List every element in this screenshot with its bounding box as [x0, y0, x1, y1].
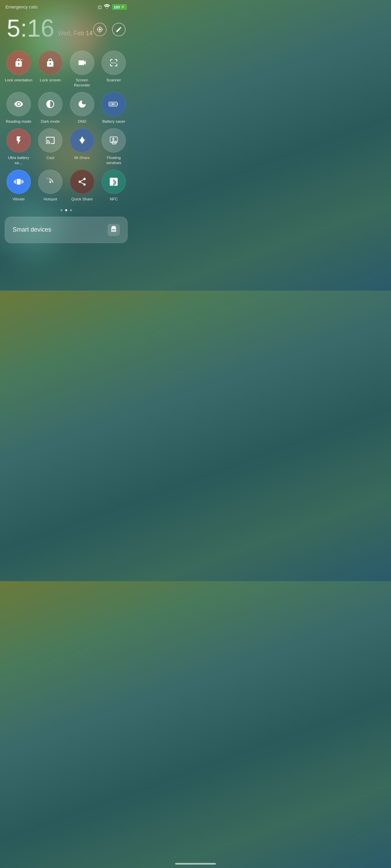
tile-circle-reading-mode	[6, 92, 31, 116]
quick-settings-grid: Lock orientationLock screenScreen Record…	[0, 47, 132, 205]
tile-cast[interactable]: Cast	[37, 128, 64, 165]
tile-hotspot[interactable]: Hotspot	[37, 170, 64, 202]
screenshot-icon: ⊡	[98, 4, 102, 10]
tile-battery-saver[interactable]: Battery saver	[100, 92, 128, 124]
tile-ultra-battery[interactable]: Ultra battery sa…	[5, 128, 33, 165]
tile-circle-lock-screen	[38, 51, 62, 75]
tile-circle-floating-windows	[101, 128, 126, 153]
bottom-spacer	[0, 243, 132, 291]
tile-vibrate[interactable]: Vibrate	[5, 170, 33, 202]
clock-main: 5:16 Wed, Feb 14	[7, 16, 93, 40]
tile-dark-mode[interactable]: Dark mode	[37, 92, 64, 124]
clock-date: Wed, Feb 14	[58, 30, 93, 40]
svg-rect-10	[112, 230, 115, 232]
tile-lock-screen[interactable]: Lock screen	[37, 51, 64, 88]
tile-circle-cast	[38, 128, 62, 153]
tile-circle-battery-saver	[101, 92, 126, 116]
tile-nfc[interactable]: NFC	[100, 170, 128, 202]
tile-circle-quick-share	[70, 170, 94, 194]
smart-devices-bar[interactable]: Smart devices	[5, 217, 128, 243]
tile-label-mi-share: Mi Share	[74, 155, 90, 160]
tile-floating-windows[interactable]: Floating windows	[100, 128, 128, 165]
tile-circle-dark-mode	[38, 92, 62, 116]
tile-label-screen-recorder: Screen Recorder	[68, 78, 96, 88]
clock-action-icons	[93, 16, 126, 36]
wifi-icon	[104, 4, 110, 10]
tile-dnd[interactable]: DND	[68, 92, 96, 124]
tile-circle-mi-share	[70, 128, 94, 153]
tile-label-reading-mode: Reading mode	[6, 119, 31, 124]
tile-label-cast: Cast	[46, 155, 54, 160]
clock-area: 5:16 Wed, Feb 14	[0, 13, 132, 47]
tile-mi-share[interactable]: Mi Share	[68, 128, 96, 165]
tile-label-scanner: Scanner	[107, 78, 121, 83]
tile-circle-scanner	[101, 51, 126, 75]
tile-screen-recorder[interactable]: Screen Recorder	[68, 51, 96, 88]
tile-reading-mode[interactable]: Reading mode	[5, 92, 33, 124]
tile-circle-ultra-battery	[6, 128, 31, 153]
emergency-calls-label: Emergency calls	[5, 4, 38, 9]
tile-circle-screen-recorder	[70, 51, 94, 75]
svg-rect-6	[112, 141, 116, 144]
charging-icon: ⚡	[120, 5, 125, 9]
status-bar: Emergency calls ⊡ 100 ⚡	[0, 0, 132, 13]
tile-circle-nfc	[101, 170, 126, 194]
tile-label-lock-screen: Lock screen	[40, 78, 61, 83]
battery-indicator: 100 ⚡	[112, 4, 127, 10]
tile-scanner[interactable]: Scanner	[100, 51, 128, 88]
status-icons: ⊡ 100 ⚡	[98, 4, 127, 10]
page-dots	[0, 205, 132, 217]
tile-circle-hotspot	[38, 170, 62, 194]
tile-circle-vibrate	[6, 170, 31, 194]
page-dot-0[interactable]	[60, 209, 62, 211]
tile-quick-share[interactable]: Quick Share	[68, 170, 96, 202]
tile-label-quick-share: Quick Share	[71, 197, 93, 202]
svg-rect-1	[117, 103, 118, 105]
tile-lock-orientation[interactable]: Lock orientation	[5, 51, 33, 88]
edit-button[interactable]	[112, 23, 126, 36]
tile-label-nfc: NFC	[110, 197, 118, 202]
mijia-icon	[108, 224, 120, 236]
page-dot-2[interactable]	[70, 209, 72, 211]
clock-time: 5:16	[7, 16, 54, 40]
tile-circle-dnd	[70, 92, 94, 116]
tile-label-battery-saver: Battery saver	[102, 119, 125, 124]
tile-label-hotspot: Hotspot	[43, 197, 57, 202]
tile-label-floating-windows: Floating windows	[100, 155, 128, 165]
tile-label-vibrate: Vibrate	[13, 197, 25, 202]
page-dot-1[interactable]	[65, 209, 67, 211]
tile-label-dnd: DND	[78, 119, 86, 124]
svg-point-8	[50, 181, 51, 183]
battery-level: 100	[114, 5, 120, 9]
smart-devices-label: Smart devices	[13, 226, 51, 233]
tile-label-ultra-battery: Ultra battery sa…	[5, 155, 33, 165]
tile-label-lock-orientation: Lock orientation	[5, 78, 32, 83]
tile-label-dark-mode: Dark mode	[41, 119, 60, 124]
tile-circle-lock-orientation	[6, 51, 31, 75]
settings-button[interactable]	[93, 23, 107, 36]
